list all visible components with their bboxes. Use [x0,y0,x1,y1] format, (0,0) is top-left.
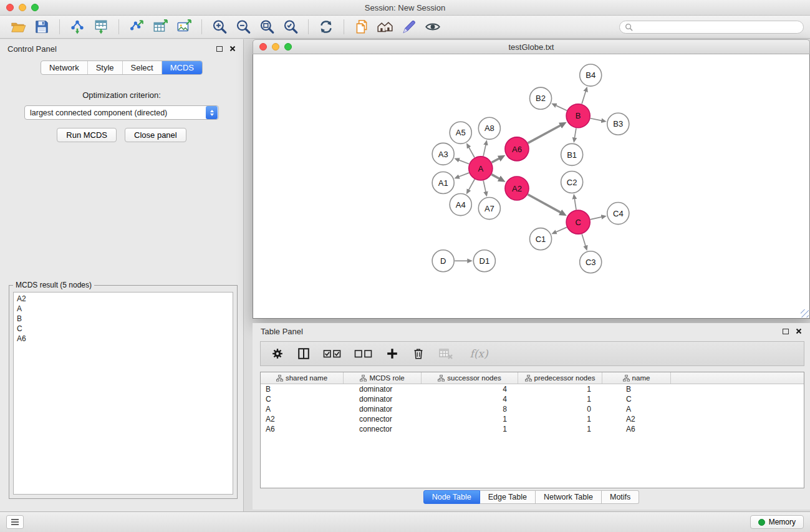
node-A7[interactable]: A7 [478,198,500,220]
edge-B-B1[interactable] [574,128,576,138]
close-window-button[interactable] [6,4,14,11]
result-item[interactable]: B [14,314,233,324]
close-panel-icon[interactable] [229,46,236,52]
tab-motifs[interactable]: Motifs [602,490,639,504]
run-mcds-button[interactable]: Run MCDS [57,128,117,142]
network-canvas[interactable]: B4B2BB3A5A8A6B1A3AC2A1A2A4A7C4CC1C3DD1 [253,54,810,319]
edge-A-A3[interactable] [459,160,469,164]
edge-C-C3[interactable] [582,234,586,246]
node-B[interactable]: B [566,104,590,128]
table-row[interactable]: Cdominator41C [261,394,804,404]
export-network-button[interactable] [125,17,148,36]
result-item[interactable]: C [14,324,233,334]
zoom-fit-button[interactable] [255,17,279,36]
node-A5[interactable]: A5 [450,122,471,143]
minimize-window-button[interactable] [19,4,26,11]
node-C2[interactable]: C2 [561,171,583,193]
float-panel-icon[interactable] [216,46,223,52]
node-C1[interactable]: C1 [529,228,551,250]
node-C[interactable]: C [566,210,590,234]
show-columns-button[interactable] [296,344,312,363]
table-options-button[interactable] [269,344,286,363]
edge-B-B3[interactable] [591,118,602,121]
open-recent-button[interactable] [350,17,374,36]
search-input[interactable] [636,22,798,31]
edge-C-C4[interactable] [591,217,602,220]
show-hide-button[interactable] [421,17,445,36]
edge-C-C2[interactable] [574,199,576,210]
zoom-in-button[interactable] [208,17,231,36]
zoom-window-button[interactable] [284,43,292,51]
table-row[interactable]: Adominator80A [261,404,804,414]
optimization-criterion-select[interactable]: largest connected component (directed) [24,105,219,120]
result-item[interactable]: A [14,304,233,314]
result-item[interactable]: A6 [14,334,233,344]
node-B3[interactable]: B3 [607,113,629,135]
close-panel-icon[interactable] [796,328,802,334]
node-A8[interactable]: A8 [478,117,500,139]
tab-mcds[interactable]: MCDS [162,61,202,74]
edge-B-B2[interactable] [556,105,567,110]
node-C3[interactable]: C3 [580,251,602,273]
column-header-MCDS-role[interactable]: MCDS role [344,372,422,384]
toolbar-search[interactable] [619,21,804,34]
column-header-name[interactable]: name [602,372,671,384]
table-row[interactable]: A2connector11A2 [261,414,804,424]
network-graph[interactable]: B4B2BB3A5A8A6B1A3AC2A1A2A4A7C4CC1C3DD1 [253,54,809,318]
edge-A-A1[interactable] [459,173,469,177]
save-session-button[interactable] [30,17,54,36]
result-item[interactable]: A2 [14,294,233,304]
node-B2[interactable]: B2 [529,87,551,109]
table-row[interactable]: A6connector11A6 [261,424,804,434]
edge-A-A8[interactable] [483,145,486,156]
zoom-window-button[interactable] [31,4,39,11]
function-builder-button[interactable]: f(x) [465,344,493,363]
select-all-button[interactable] [322,344,343,363]
float-panel-icon[interactable] [783,329,789,334]
edge-C-C1[interactable] [556,227,567,232]
node-A4[interactable]: A4 [450,194,471,216]
node-A1[interactable]: A1 [432,172,454,193]
import-network-button[interactable] [65,17,89,36]
network-overview-button[interactable] [374,17,397,36]
zoom-out-button[interactable] [231,17,255,36]
refresh-view-button[interactable] [314,17,338,36]
mcds-result-list[interactable]: A2ABCA6 [13,292,233,495]
export-image-button[interactable] [172,17,196,36]
node-A3[interactable]: A3 [432,143,454,165]
close-panel-button[interactable]: Close panel [125,128,186,142]
edge-A2-C[interactable] [528,195,561,213]
tab-node-table[interactable]: Node Table [423,490,480,504]
window-resize-grip[interactable] [801,309,809,317]
node-A[interactable]: A [469,157,493,180]
edge-A6-B[interactable] [528,125,561,143]
tab-edge-table[interactable]: Edge Table [480,490,536,504]
minimize-window-button[interactable] [272,43,279,51]
node-A2[interactable]: A2 [505,177,529,200]
tab-network[interactable]: Network [41,61,87,74]
column-header-predecessor-nodes[interactable]: predecessor nodes [518,372,602,384]
edge-B-B4[interactable] [582,91,586,104]
delete-table-button[interactable] [436,344,455,363]
create-column-button[interactable] [384,344,400,363]
import-table-button[interactable] [89,17,113,36]
close-window-button[interactable] [259,43,267,51]
open-file-button[interactable] [6,17,30,36]
node-A6[interactable]: A6 [505,137,529,161]
delete-column-button[interactable] [410,344,427,363]
node-D1[interactable]: D1 [473,250,495,272]
edge-A-A4[interactable] [469,179,475,190]
status-menu-button[interactable] [6,515,24,529]
node-D[interactable]: D [432,250,454,272]
column-header-successor-nodes[interactable]: successor nodes [422,372,518,384]
deselect-all-button[interactable] [353,344,374,363]
tab-network-table[interactable]: Network Table [536,490,602,504]
zoom-selected-button[interactable] [279,17,302,36]
tab-style[interactable]: Style [87,61,122,74]
export-table-button[interactable] [148,17,172,36]
memory-button[interactable]: Memory [750,515,804,529]
node-C4[interactable]: C4 [607,203,629,225]
tab-select[interactable]: Select [122,61,162,74]
table-row[interactable]: Bdominator41B [261,384,804,394]
node-B1[interactable]: B1 [561,143,583,165]
